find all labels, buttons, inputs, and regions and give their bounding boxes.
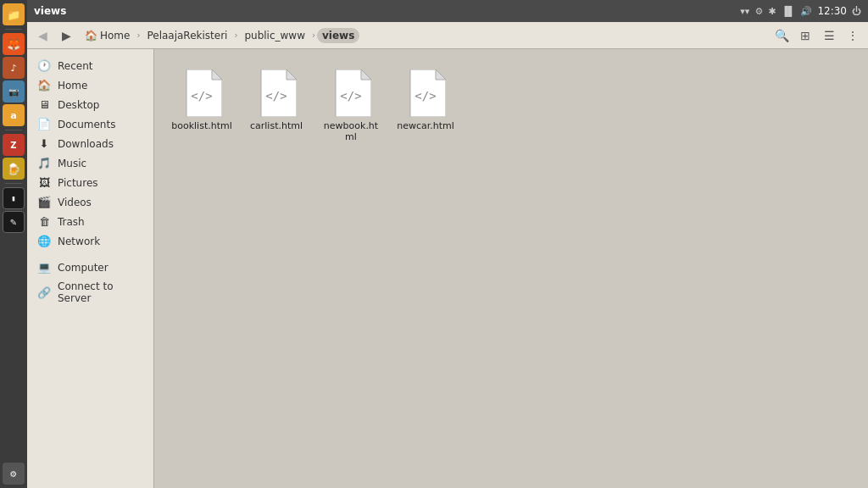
taskbar-icon-shotwell[interactable]: 📷	[3, 80, 25, 103]
file-icon-carlist: </>	[256, 69, 297, 117]
window-title: views	[34, 5, 66, 17]
taskbar-separator3	[5, 183, 22, 184]
sidebar-item-music[interactable]: 🎵 Music	[27, 153, 153, 173]
sidebar-item-documents[interactable]: 📄 Documents	[27, 114, 153, 134]
sidebar-separator	[27, 251, 153, 258]
clock: 12:30	[817, 5, 847, 17]
home-nav-icon: 🏠	[37, 79, 51, 92]
breadcrumb-home[interactable]: 🏠 Home	[80, 28, 135, 43]
recent-icon: 🕐	[37, 59, 51, 72]
search-button[interactable]: 🔍	[771, 25, 792, 46]
desktop-icon: 🖥	[37, 98, 51, 111]
file-item-carlist[interactable]: </> carlist.html	[242, 63, 310, 149]
file-manager: views ▾▾ ⚙ ✱ ▐▌ 🔊 12:30 ⏻ ◀ ▶ 🏠 Home › P…	[27, 0, 868, 488]
breadcrumb-pelaajarekisteri[interactable]: PelaajaRekisteri	[142, 28, 232, 43]
back-button[interactable]: ◀	[32, 25, 53, 46]
menu-button[interactable]: ⋮	[843, 25, 863, 46]
taskbar-icon-filezilla[interactable]: Z	[3, 134, 25, 156]
breadcrumb-public-www-label: public_www	[244, 30, 305, 42]
taskbar-icon-rhythmbox[interactable]: ♪	[3, 57, 25, 79]
taskbar-icon-bottom[interactable]: ⚙	[3, 463, 25, 485]
connect-icon: 🔗	[37, 286, 51, 299]
svg-text:</>: </>	[191, 89, 212, 103]
downloads-icon: ⬇	[37, 137, 51, 150]
taskbar: 📁 🦊 ♪ 📷 a Z 🍺 ▮ ✎ ⚙	[0, 0, 27, 488]
taskbar-icon-notes[interactable]: ✎	[3, 211, 25, 233]
power-icon[interactable]: ⏻	[852, 6, 861, 17]
computer-icon: 💻	[37, 261, 51, 274]
home-icon: 🏠	[85, 30, 97, 42]
content-area: 🕐 Recent 🏠 Home 🖥 Desktop 📄 Documents ⬇ …	[27, 49, 868, 488]
sidebar-item-network[interactable]: 🌐 Network	[27, 231, 153, 251]
breadcrumb-views[interactable]: views	[317, 28, 359, 43]
file-icon-newbook: </>	[331, 69, 371, 117]
toolbar: ◀ ▶ 🏠 Home › PelaajaRekisteri › public_w…	[27, 22, 868, 49]
taskbar-icon-firefox[interactable]: 🦊	[3, 33, 25, 55]
sidebar-label-home: Home	[58, 80, 87, 92]
network-icon: 🌐	[37, 235, 51, 247]
sidebar-label-pictures: Pictures	[58, 177, 98, 189]
breadcrumb-home-label: Home	[100, 30, 130, 42]
sidebar-label-desktop: Desktop	[58, 99, 100, 111]
sidebar-item-pictures[interactable]: 🖼 Pictures	[27, 173, 153, 192]
toolbar-right: 🔍 ⊞ ☰ ⋮	[771, 25, 863, 46]
sidebar-label-music: Music	[58, 158, 86, 169]
settings-icon: ⚙	[754, 6, 763, 17]
bluetooth-icon: ✱	[768, 6, 776, 17]
file-area: </> booklist.html </> carlist.html	[154, 49, 868, 488]
sidebar-item-connect[interactable]: 🔗 Connect to Server	[27, 277, 153, 308]
svg-text:</>: </>	[265, 89, 287, 103]
sidebar-label-network: Network	[58, 236, 100, 247]
taskbar-icon-amazon[interactable]: a	[3, 104, 25, 126]
file-icon-newcar: </>	[405, 69, 446, 117]
sidebar-label-trash: Trash	[58, 216, 85, 228]
documents-icon: 📄	[37, 118, 51, 130]
sidebar-item-recent[interactable]: 🕐 Recent	[27, 56, 153, 75]
sound-icon: 🔊	[800, 6, 812, 17]
file-name-newbook: newbook.html	[320, 120, 381, 142]
file-name-booklist: booklist.html	[171, 120, 232, 131]
sidebar-label-downloads: Downloads	[58, 138, 114, 150]
topbar: views ▾▾ ⚙ ✱ ▐▌ 🔊 12:30 ⏻	[27, 0, 868, 22]
breadcrumb-sep1: ›	[136, 30, 140, 40]
wifi-icon: ▾▾	[740, 6, 749, 17]
view-list-button[interactable]: ☰	[819, 25, 839, 46]
pictures-icon: 🖼	[37, 176, 51, 189]
file-item-newbook[interactable]: </> newbook.html	[317, 63, 385, 149]
sidebar-item-computer[interactable]: 💻 Computer	[27, 258, 153, 277]
breadcrumb-pelaajarekisteri-label: PelaajaRekisteri	[147, 30, 227, 42]
music-icon: 🎵	[37, 157, 51, 169]
sidebar-label-recent: Recent	[58, 60, 92, 72]
topbar-right: ▾▾ ⚙ ✱ ▐▌ 🔊 12:30 ⏻	[740, 5, 861, 17]
breadcrumb-sep2: ›	[234, 30, 237, 40]
taskbar-separator	[5, 29, 22, 30]
breadcrumb-sep3: ›	[312, 30, 315, 40]
sidebar-label-documents: Documents	[58, 119, 115, 130]
breadcrumb: 🏠 Home › PelaajaRekisteri › public_www ›…	[80, 28, 359, 43]
sidebar-item-downloads[interactable]: ⬇ Downloads	[27, 134, 153, 153]
svg-text:</>: </>	[340, 89, 361, 103]
sidebar-label-connect: Connect to Server	[58, 280, 143, 304]
svg-text:</>: </>	[415, 89, 436, 103]
breadcrumb-public-www[interactable]: public_www	[239, 28, 310, 43]
sidebar-item-home[interactable]: 🏠 Home	[27, 75, 153, 95]
sidebar-label-computer: Computer	[58, 262, 108, 274]
file-item-booklist[interactable]: </> booklist.html	[168, 63, 236, 149]
taskbar-icon-files[interactable]: 📁	[3, 3, 25, 25]
taskbar-icon-terminal[interactable]: ▮	[3, 187, 25, 209]
breadcrumb-views-label: views	[322, 30, 354, 42]
battery-icon: ▐▌	[781, 6, 795, 17]
sidebar-item-trash[interactable]: 🗑 Trash	[27, 212, 153, 231]
file-icon-booklist: </>	[181, 69, 222, 117]
file-name-newcar: newcar.html	[397, 120, 454, 131]
sidebar-item-videos[interactable]: 🎬 Videos	[27, 192, 153, 212]
sidebar-item-desktop[interactable]: 🖥 Desktop	[27, 95, 153, 114]
forward-button[interactable]: ▶	[56, 25, 76, 46]
sidebar-label-videos: Videos	[58, 197, 92, 208]
file-name-carlist: carlist.html	[250, 120, 303, 131]
file-item-newcar[interactable]: </> newcar.html	[392, 63, 459, 149]
view-grid-button[interactable]: ⊞	[795, 25, 815, 46]
sidebar: 🕐 Recent 🏠 Home 🖥 Desktop 📄 Documents ⬇ …	[27, 49, 154, 488]
taskbar-icon-beer[interactable]: 🍺	[3, 158, 25, 180]
videos-icon: 🎬	[37, 196, 51, 208]
